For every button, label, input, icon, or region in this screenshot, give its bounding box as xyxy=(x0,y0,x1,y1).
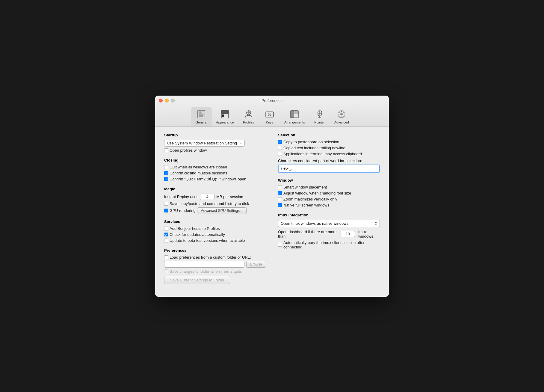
svg-rect-4 xyxy=(199,116,203,117)
native-fullscreen-row: Native full screen windows xyxy=(278,203,380,207)
tab-appearance[interactable]: Appearance xyxy=(212,107,238,126)
svg-line-30 xyxy=(339,116,340,117)
clipboard-access-label: Applications in terminal may access clip… xyxy=(283,152,362,156)
tab-profiles-label: Profiles xyxy=(243,120,254,124)
advanced-gpu-button[interactable]: Advanced GPU Settings... xyxy=(197,207,247,214)
zoom-vertical-row: Zoom maximizes vertically only xyxy=(278,197,380,201)
maximize-button[interactable] xyxy=(171,99,175,102)
smart-placement-row: Smart window placement xyxy=(278,185,380,189)
browse-button[interactable]: Browse xyxy=(246,261,266,268)
save-changes-row: Save changes to folder when iTerm2 quits xyxy=(164,269,266,274)
window-settings-title: Window xyxy=(278,178,380,183)
svg-line-28 xyxy=(343,116,344,117)
tmux-dropdown[interactable]: Open tmux windows as native windows ▲ ▼ xyxy=(278,220,380,227)
gpu-rendering-checkbox[interactable] xyxy=(164,209,168,212)
tab-keys[interactable]: ⌘ Keys xyxy=(259,107,280,126)
confirm-quit-iterm-row: Confirm "Quit iTerm2 (⌘Q)" if windows op… xyxy=(164,177,266,181)
startup-title: Startup xyxy=(164,133,266,137)
tab-general-label: General xyxy=(196,120,207,124)
trailing-newline-label: Copied text includes trailing newline xyxy=(283,146,345,150)
svg-rect-7 xyxy=(221,113,229,114)
selection-section: Selection Copy to pasteboard on selectio… xyxy=(278,133,380,173)
update-beta-checkbox[interactable] xyxy=(164,239,168,242)
zoom-vertical-checkbox[interactable] xyxy=(278,197,282,201)
services-section: Services Add Bonjour hosts to Profiles C… xyxy=(164,219,266,243)
tab-arrangements-label: Arrangements xyxy=(284,120,305,124)
tmux-dropdown-value: Open tmux windows as native windows xyxy=(281,221,373,226)
confirm-closing-multiple-label: Confirm closing multiple sessions xyxy=(170,171,227,175)
open-profiles-checkbox[interactable] xyxy=(164,148,168,152)
selection-title: Selection xyxy=(278,133,380,137)
clipboard-access-checkbox[interactable] xyxy=(278,152,282,156)
tab-advanced-label: Advanced xyxy=(334,120,349,124)
check-updates-checkbox[interactable] xyxy=(164,233,168,236)
titlebar: Preferences General xyxy=(155,96,389,127)
svg-rect-3 xyxy=(199,115,203,116)
confirm-quit-iterm-label: Confirm "Quit iTerm2 (⌘Q)" if windows op… xyxy=(170,177,246,181)
tmux-dashboard-post: tmux windows xyxy=(358,230,380,239)
tmux-arrow-down: ▼ xyxy=(375,224,377,226)
tab-arrangements[interactable]: Arrangements xyxy=(280,107,309,126)
zoom-vertical-label: Zoom maximizes vertically only xyxy=(283,197,337,201)
native-fullscreen-checkbox[interactable] xyxy=(278,203,282,207)
check-updates-row: Check for updates automatically xyxy=(164,232,266,237)
confirm-closing-multiple-checkbox[interactable] xyxy=(164,171,168,175)
startup-section: Startup Use System Window Restoration Se… xyxy=(164,133,266,153)
tab-keys-label: Keys xyxy=(266,120,273,124)
tmux-dashboard-input[interactable] xyxy=(341,231,355,237)
tab-general[interactable]: General xyxy=(191,107,212,126)
magic-section: Magic Instant Replay uses MB per session… xyxy=(164,187,266,214)
load-custom-checkbox[interactable] xyxy=(164,255,168,259)
tab-advanced[interactable]: Advanced xyxy=(330,107,353,126)
smart-placement-checkbox[interactable] xyxy=(278,185,282,189)
custom-url-input[interactable] xyxy=(164,261,244,268)
save-settings-button[interactable]: Save Current Settings to Folder xyxy=(164,276,230,284)
preferences-title: Preferences xyxy=(164,248,266,253)
adjust-window-checkbox[interactable] xyxy=(278,191,282,195)
quit-when-closed-checkbox[interactable] xyxy=(164,165,168,169)
tmux-auto-bury-checkbox[interactable] xyxy=(278,243,282,247)
instant-replay-row: Instant Replay uses MB per session xyxy=(164,194,266,200)
add-bonjour-checkbox[interactable] xyxy=(164,227,168,230)
confirm-quit-iterm-checkbox[interactable] xyxy=(164,177,168,181)
startup-dropdown[interactable]: Use System Window Restoration Setting ⌄ xyxy=(164,140,245,147)
update-beta-row: Update to beta test versions when availa… xyxy=(164,238,266,243)
trailing-newline-checkbox[interactable] xyxy=(278,146,282,150)
general-icon xyxy=(196,109,207,120)
add-bonjour-row: Add Bonjour hosts to Profiles xyxy=(164,226,266,231)
svg-rect-1 xyxy=(199,111,202,114)
svg-line-27 xyxy=(339,111,340,112)
adjust-window-label: Adjust window when changing font size xyxy=(283,191,351,195)
svg-rect-0 xyxy=(198,110,205,118)
word-chars-input[interactable] xyxy=(278,165,380,173)
confirm-closing-multiple-row: Confirm closing multiple sessions xyxy=(164,171,266,175)
magic-title: Magic xyxy=(164,187,266,191)
toolbar: General Appearance xyxy=(159,105,385,126)
quit-when-closed-label: Quit when all windows are closed xyxy=(170,165,227,169)
tab-profiles[interactable]: Profiles xyxy=(238,107,259,126)
tab-appearance-label: Appearance xyxy=(216,120,234,124)
tmux-dropdown-arrows: ▲ ▼ xyxy=(375,221,377,226)
gpu-rendering-row: GPU rendering Advanced GPU Settings... xyxy=(164,207,266,214)
left-column: Startup Use System Window Restoration Se… xyxy=(164,133,266,290)
url-input-row: Browse xyxy=(164,261,266,268)
window-settings-section: Window Smart window placement Adjust win… xyxy=(278,178,380,207)
svg-point-22 xyxy=(340,113,343,115)
tmux-title: tmux Integration xyxy=(278,213,380,217)
adjust-window-row: Adjust window when changing font size xyxy=(278,191,380,195)
instant-replay-input[interactable] xyxy=(200,194,214,200)
minimize-button[interactable] xyxy=(165,99,169,102)
copy-to-pasteboard-checkbox[interactable] xyxy=(278,140,282,144)
instant-replay-label: Instant Replay uses xyxy=(164,195,198,199)
save-settings-row: Save Current Settings to Folder xyxy=(164,276,266,284)
close-button[interactable] xyxy=(159,99,163,102)
load-custom-label: Load preferences from a custom folder or… xyxy=(170,255,251,260)
save-copy-paste-row: Save copy/paste and command history to d… xyxy=(164,201,266,206)
window-title: Preferences xyxy=(159,98,385,103)
open-profiles-row: Open profiles window xyxy=(164,148,266,153)
tab-pointer[interactable]: Pointer xyxy=(309,107,330,126)
svg-point-10 xyxy=(247,111,250,114)
save-changes-checkbox[interactable] xyxy=(164,269,168,273)
right-column: Selection Copy to pasteboard on selectio… xyxy=(278,133,380,290)
save-copy-paste-checkbox[interactable] xyxy=(164,202,168,206)
